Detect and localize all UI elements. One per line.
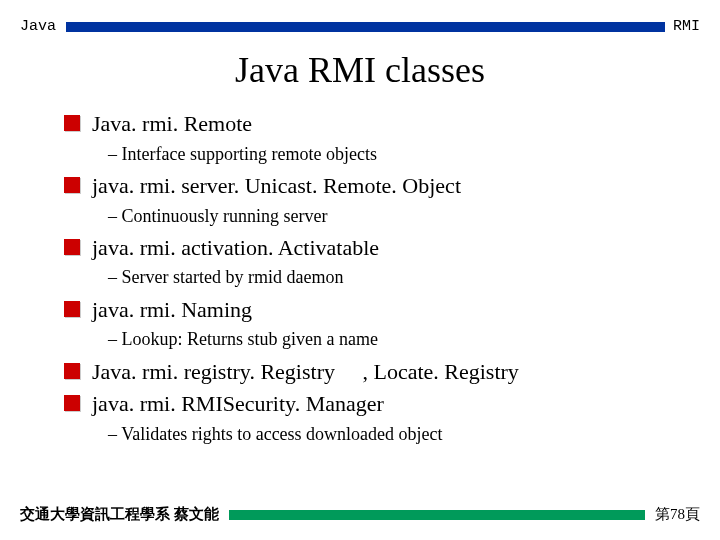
list-item-text: Java. rmi. Remote xyxy=(92,109,252,139)
slide-title: Java RMI classes xyxy=(0,49,720,91)
list-item: Java. rmi. Remote xyxy=(64,109,680,139)
footer-right-text: 第78頁 xyxy=(655,505,700,524)
list-item-sub: – Lookup: Returns stub given a name xyxy=(108,327,680,352)
list-item-text: java. rmi. Naming xyxy=(92,295,252,325)
list-item-text: Java. rmi. registry. Registry , Locate. … xyxy=(92,357,519,387)
footer-bar xyxy=(229,510,645,520)
footer-left-text: 交通大學資訊工程學系 蔡文能 xyxy=(20,505,219,524)
footer: 交通大學資訊工程學系 蔡文能 第78頁 xyxy=(0,505,720,524)
bullet-icon xyxy=(64,115,80,131)
list-item: java. rmi. server. Unicast. Remote. Obje… xyxy=(64,171,680,201)
bullet-icon xyxy=(64,395,80,411)
bullet-icon xyxy=(64,301,80,317)
list-item-text: java. rmi. server. Unicast. Remote. Obje… xyxy=(92,171,461,201)
list-item: java. rmi. activation. Activatable xyxy=(64,233,680,263)
content-area: Java. rmi. Remote– Interface supporting … xyxy=(0,109,720,447)
header-left-text: Java xyxy=(20,18,56,35)
list-item: java. rmi. Naming xyxy=(64,295,680,325)
header: Java RMI xyxy=(0,0,720,43)
list-item-text: java. rmi. activation. Activatable xyxy=(92,233,379,263)
list-item-sub: – Validates rights to access downloaded … xyxy=(108,422,680,447)
list-item: java. rmi. RMISecurity. Manager xyxy=(64,389,680,419)
list-item-text: java. rmi. RMISecurity. Manager xyxy=(92,389,384,419)
list-item-sub: – Interface supporting remote objects xyxy=(108,142,680,167)
list-item-sub: – Continuously running server xyxy=(108,204,680,229)
list-item-sub: – Server started by rmid daemon xyxy=(108,265,680,290)
bullet-icon xyxy=(64,177,80,193)
header-bar xyxy=(66,22,665,32)
bullet-icon xyxy=(64,363,80,379)
header-right-text: RMI xyxy=(673,18,700,35)
list-item: Java. rmi. registry. Registry , Locate. … xyxy=(64,357,680,387)
bullet-icon xyxy=(64,239,80,255)
